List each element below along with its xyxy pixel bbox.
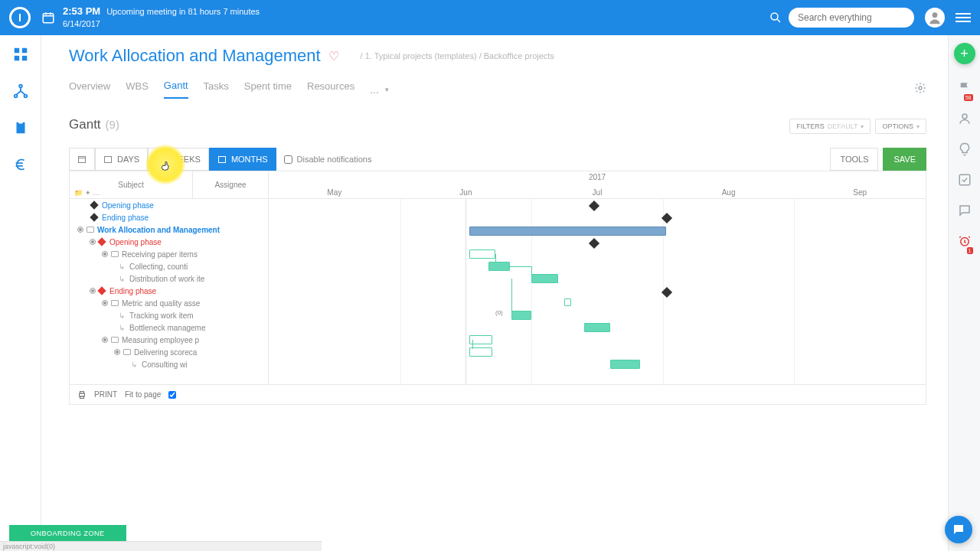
- print-label[interactable]: PRINT: [94, 390, 117, 399]
- clipboard-icon[interactable]: [12, 119, 29, 136]
- svg-rect-4: [21, 48, 26, 53]
- gantt-bar[interactable]: [469, 227, 666, 236]
- tree-row[interactable]: Delivering scoreca: [70, 346, 268, 358]
- tree-row[interactable]: Ending phase: [70, 285, 268, 297]
- svg-rect-5: [14, 56, 18, 60]
- tab-spent-time[interactable]: Spent time: [244, 80, 292, 98]
- onboarding-zone-button[interactable]: ONBOARDING ZONE: [9, 525, 126, 542]
- current-date: 6/14/2017: [63, 18, 260, 29]
- left-rail: [0, 35, 41, 551]
- tab-settings-icon[interactable]: [914, 82, 926, 97]
- alarm-icon[interactable]: 1: [958, 234, 972, 248]
- hierarchy-icon[interactable]: [12, 83, 29, 99]
- calendar-icon[interactable]: [41, 11, 55, 24]
- gantt-bar[interactable]: [584, 323, 610, 332]
- month-label: Jul: [531, 188, 663, 197]
- chat-fab[interactable]: [945, 516, 972, 543]
- gantt-bar[interactable]: [469, 249, 495, 259]
- column-assignee[interactable]: Assignee: [192, 171, 268, 198]
- tree-controls-icon[interactable]: 📁 ✦ …: [74, 189, 100, 197]
- favorite-icon[interactable]: ♡: [328, 49, 339, 64]
- search-icon[interactable]: [769, 11, 782, 24]
- gantt-milestone[interactable]: [589, 238, 599, 249]
- gantt-bar[interactable]: [511, 311, 531, 320]
- tab-resources[interactable]: Resources: [307, 80, 354, 98]
- right-rail: + 58 1: [948, 35, 980, 551]
- tree-row[interactable]: ↳Distribution of work ite: [70, 272, 268, 285]
- breadcrumb[interactable]: / 1. Typical projects (templates) / Back…: [361, 51, 554, 60]
- clock-time: 2:53 PM: [63, 5, 100, 18]
- time-block: 2:53 PM Upcoming meeting in 81 hours 7 m…: [63, 5, 260, 29]
- tree-row[interactable]: Receiving paper items: [70, 248, 268, 260]
- gantt-bar[interactable]: [488, 262, 509, 271]
- brand-logo[interactable]: [9, 7, 31, 28]
- svg-rect-10: [16, 122, 24, 134]
- bulb-icon[interactable]: [958, 142, 972, 156]
- tab-more[interactable]: ...▾: [370, 83, 389, 96]
- app-header: 2:53 PM Upcoming meeting in 81 hours 7 m…: [0, 0, 980, 35]
- tab-gantt[interactable]: Gantt: [164, 80, 188, 99]
- svg-point-8: [14, 95, 17, 98]
- tab-overview[interactable]: Overview: [69, 80, 110, 98]
- tree-row[interactable]: Metric and quality asse: [70, 297, 268, 309]
- tree-row[interactable]: ↳Consulting wi: [70, 358, 268, 370]
- euro-icon[interactable]: [12, 156, 29, 173]
- scale-weeks-button[interactable]: WEEKS: [148, 148, 209, 171]
- tab-tasks[interactable]: Tasks: [204, 80, 229, 98]
- svg-rect-16: [79, 157, 86, 163]
- svg-rect-0: [43, 14, 54, 23]
- tree-row[interactable]: ↳Collecting, counti: [70, 260, 268, 272]
- print-bar: PRINT Fit to page: [69, 385, 926, 405]
- tree-row[interactable]: Opening phase: [70, 199, 268, 211]
- chat-icon[interactable]: [958, 204, 972, 217]
- filters-button[interactable]: FILTERS DEFAULT▾: [789, 119, 871, 134]
- svg-point-9: [24, 95, 27, 98]
- scale-months-button[interactable]: MONTHS: [209, 148, 276, 171]
- tree-row[interactable]: Opening phase: [70, 236, 268, 248]
- menu-icon[interactable]: [956, 10, 971, 25]
- month-label: Jun: [400, 188, 532, 197]
- svg-rect-17: [105, 157, 112, 163]
- tree-row[interactable]: ↳Bottleneck manageme: [70, 321, 268, 334]
- dashboard-icon[interactable]: [12, 46, 29, 63]
- svg-point-2: [933, 12, 938, 18]
- svg-rect-22: [80, 396, 84, 399]
- fit-to-page-checkbox[interactable]: [168, 391, 176, 399]
- person-icon[interactable]: [958, 112, 972, 126]
- add-button[interactable]: +: [954, 43, 975, 64]
- tree-row[interactable]: Measuring employee p: [70, 334, 268, 346]
- search-input[interactable]: [789, 8, 914, 28]
- gantt-bar[interactable]: [610, 360, 640, 369]
- calendar-picker-button[interactable]: [69, 148, 95, 171]
- meeting-countdown: Upcoming meeting in 81 hours 7 minutes: [106, 6, 260, 17]
- gantt-timeline-panel[interactable]: 2017 May Jun Jul Aug Sep: [269, 171, 926, 384]
- section-count: (9): [106, 118, 119, 131]
- gantt-bar[interactable]: [531, 274, 557, 283]
- tools-button[interactable]: TOOLS: [830, 148, 878, 171]
- disable-notifications-checkbox[interactable]: Disable notifications: [284, 155, 372, 164]
- gantt-bar[interactable]: [564, 298, 571, 306]
- svg-rect-19: [218, 157, 225, 163]
- status-bar-link: javascript:void(0): [0, 541, 322, 551]
- avatar[interactable]: [925, 8, 945, 28]
- tree-row[interactable]: Work Allocation and Management: [70, 223, 268, 236]
- check-icon[interactable]: [958, 173, 972, 187]
- svg-point-7: [19, 85, 22, 88]
- svg-point-12: [962, 114, 967, 119]
- save-button[interactable]: SAVE: [883, 148, 926, 171]
- svg-rect-20: [80, 393, 85, 396]
- project-tabs: Overview WBS Gantt Tasks Spent time Reso…: [69, 80, 926, 99]
- section-title: Gantt: [69, 117, 101, 132]
- month-label: Aug: [663, 188, 795, 197]
- main-content: Work Allocation and Management ♡ / 1. Ty…: [41, 35, 948, 551]
- gantt-milestone[interactable]: [589, 201, 599, 211]
- options-button[interactable]: OPTIONS▾: [875, 119, 926, 134]
- tree-row[interactable]: Ending phase: [70, 211, 268, 223]
- month-label: Sep: [794, 188, 926, 197]
- print-icon[interactable]: [77, 390, 87, 399]
- tab-wbs[interactable]: WBS: [126, 80, 149, 98]
- month-label: May: [269, 188, 400, 197]
- flag-icon[interactable]: 58: [958, 81, 972, 95]
- scale-days-button[interactable]: DAYS: [95, 148, 148, 171]
- tree-row[interactable]: ↳Tracking work item: [70, 309, 268, 321]
